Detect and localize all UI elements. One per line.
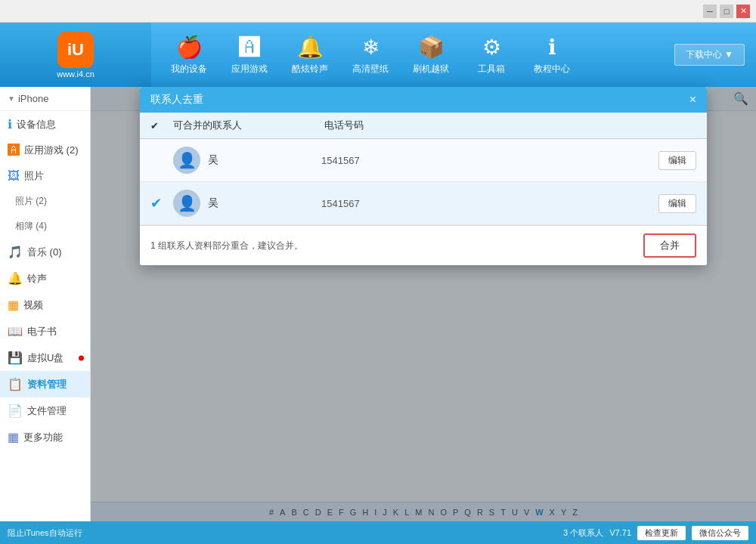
edit-button[interactable]: 编辑 (658, 151, 696, 170)
sidebar-item[interactable]: 📄文件管理 (0, 397, 90, 424)
sidebar-label: 更多功能 (23, 431, 63, 444)
sidebar-item[interactable]: ▦更多功能 (0, 424, 90, 450)
nav-item-我的设备[interactable]: 🍎我的设备 (159, 23, 219, 87)
nav-item-高清壁纸[interactable]: ❄高清壁纸 (340, 23, 401, 87)
sidebar-label: 虚拟U盘 (27, 351, 64, 365)
sidebar-label: 照片 (2) (15, 195, 47, 208)
sidebar-item[interactable]: 相簿 (4) (0, 214, 90, 239)
version-text: V7.71 (609, 528, 631, 537)
modal-overlay: 联系人去重 × ✔ 可合并的联系人 电话号码 👤 吴 1541567 编辑 ✔ (91, 87, 756, 521)
sidebar-label: 文件管理 (27, 404, 67, 418)
sidebar-item[interactable]: 🅰应用游戏 (2) (0, 138, 90, 163)
logo-subtitle: www.i4.cn (57, 70, 94, 79)
sidebar-icon: 🔔 (8, 271, 23, 286)
nav-icon: 🅰 (239, 35, 260, 60)
sidebar: ▼ iPhone ℹ设备信息🅰应用游戏 (2)🖼照片照片 (2)相簿 (4)🎵音… (0, 87, 91, 521)
sidebar-label: 照片 (24, 169, 44, 183)
nav-label: 酷炫铃声 (292, 63, 328, 76)
col-name-header: 可合并的联系人 (173, 119, 324, 132)
bottom-bar: 阻止iTunes自动运行 3 个联系人 V7.71 检查更新 微信公众号 (0, 521, 756, 544)
update-button[interactable]: 检查更新 (637, 526, 686, 540)
header-right: 下载中心 ▼ (674, 44, 756, 66)
nav-icon: ❄ (362, 35, 380, 60)
dialog-body: ✔ 可合并的联系人 电话号码 👤 吴 1541567 编辑 ✔ 👤 吴 1541… (140, 113, 707, 225)
maximize-button[interactable]: □ (720, 5, 733, 18)
device-name: iPhone (18, 93, 48, 104)
sidebar-item[interactable]: 照片 (2) (0, 189, 90, 214)
sidebar-item[interactable]: 🔔铃声 (0, 265, 90, 292)
nav-item-工具箱[interactable]: ⚙工具箱 (461, 23, 522, 87)
close-button[interactable]: ✕ (736, 5, 750, 18)
contact-name: 吴 (208, 196, 321, 210)
nav-icon: 📦 (418, 35, 445, 60)
nav-icon: ⚙ (482, 35, 501, 60)
sidebar-device: ▼ iPhone (0, 87, 90, 111)
sidebar-icon: ℹ (8, 117, 12, 131)
sidebar-item[interactable]: 🎵音乐 (0) (0, 239, 90, 265)
sidebar-item[interactable]: ▦视频 (0, 292, 90, 318)
sidebar-item[interactable]: ℹ设备信息 (0, 111, 90, 138)
sidebar-label: 电子书 (27, 325, 57, 338)
sidebar-icon: 💾 (8, 351, 23, 365)
dialog-title: 联系人去重 (150, 93, 203, 107)
minimize-button[interactable]: ─ (703, 5, 717, 18)
sidebar-item[interactable]: 💾虚拟U盘 (0, 345, 90, 371)
dialog-close-button[interactable]: × (689, 94, 696, 106)
contact-count: 3 个联系人 (563, 527, 603, 539)
check-icon: ✔ (150, 196, 162, 211)
content-area: 🔍 联系人去重 × ✔ 可合并的联系人 电话号码 👤 (91, 87, 756, 521)
dialog-footer: 1 组联系人资料部分重合，建议合并。 合并 (140, 225, 707, 265)
contact-name: 吴 (208, 153, 321, 167)
avatar: 👤 (173, 147, 200, 174)
nav-item-应用游戏[interactable]: 🅰应用游戏 (219, 23, 280, 87)
sidebar-label: 音乐 (0) (27, 246, 62, 259)
contact-row: ✔ 👤 吴 1541567 编辑 (140, 182, 707, 225)
wechat-button[interactable]: 微信公众号 (692, 526, 748, 540)
sidebar-icon: 🖼 (8, 169, 20, 183)
sidebar-icon: ▦ (8, 430, 19, 444)
nav-item-教程中心[interactable]: ℹ教程中心 (522, 23, 582, 87)
sidebar-icon: 📖 (8, 324, 23, 338)
bottom-left-text: 阻止iTunes自动运行 (8, 527, 82, 539)
nav-label: 高清壁纸 (352, 63, 389, 76)
bottom-right: 3 个联系人 V7.71 检查更新 微信公众号 (563, 526, 748, 540)
nav-items: 🍎我的设备🅰应用游戏🔔酷炫铃声❄高清壁纸📦刷机越狱⚙工具箱ℹ教程中心 (151, 23, 674, 87)
nav-icon: 🔔 (297, 35, 324, 60)
sidebar-label: 相簿 (4) (15, 220, 47, 233)
sidebar-icon: 📋 (8, 377, 23, 391)
nav-icon: ℹ (548, 35, 556, 60)
contact-row: 👤 吴 1541567 编辑 (140, 139, 707, 182)
collapse-arrow: ▼ (8, 94, 15, 103)
sidebar-item[interactable]: 🖼照片 (0, 163, 90, 189)
contact-phone: 1541567 (321, 198, 658, 209)
logo-icon: iU (57, 32, 94, 68)
nav-item-酷炫铃声[interactable]: 🔔酷炫铃声 (280, 23, 340, 87)
col-phone-header: 电话号码 (324, 119, 696, 132)
sidebar-icon: ▦ (8, 298, 19, 312)
sidebar-label: 设备信息 (17, 118, 56, 131)
sidebar-label: 铃声 (27, 272, 47, 286)
nav-label: 教程中心 (534, 63, 570, 76)
nav-label: 应用游戏 (231, 63, 268, 76)
logo-area: iU www.i4.cn (0, 23, 151, 87)
nav-label: 刷机越狱 (413, 63, 449, 76)
avatar: 👤 (173, 190, 200, 217)
sidebar-icon: 🅰 (8, 144, 20, 157)
download-button[interactable]: 下载中心 ▼ (674, 44, 745, 66)
sidebar-label: 资料管理 (27, 378, 67, 391)
dialog-header: 联系人去重 × (140, 87, 707, 113)
dialog: 联系人去重 × ✔ 可合并的联系人 电话号码 👤 吴 1541567 编辑 ✔ (140, 87, 707, 265)
nav-item-刷机越狱[interactable]: 📦刷机越狱 (401, 23, 461, 87)
sidebar-icon: 📄 (8, 403, 23, 418)
nav-label: 工具箱 (478, 63, 505, 76)
nav-icon: 🍎 (176, 35, 203, 60)
sidebar-item[interactable]: 📖电子书 (0, 318, 90, 345)
check-cell[interactable]: ✔ (150, 195, 173, 212)
main-layout: ▼ iPhone ℹ设备信息🅰应用游戏 (2)🖼照片照片 (2)相簿 (4)🎵音… (0, 87, 756, 521)
nav-label: 我的设备 (171, 63, 207, 76)
sidebar-item[interactable]: 📋资料管理 (0, 371, 90, 397)
edit-button[interactable]: 编辑 (658, 194, 696, 213)
sidebar-label: 应用游戏 (2) (24, 144, 79, 157)
merge-button[interactable]: 合并 (643, 233, 696, 258)
sidebar-label: 视频 (23, 298, 43, 312)
